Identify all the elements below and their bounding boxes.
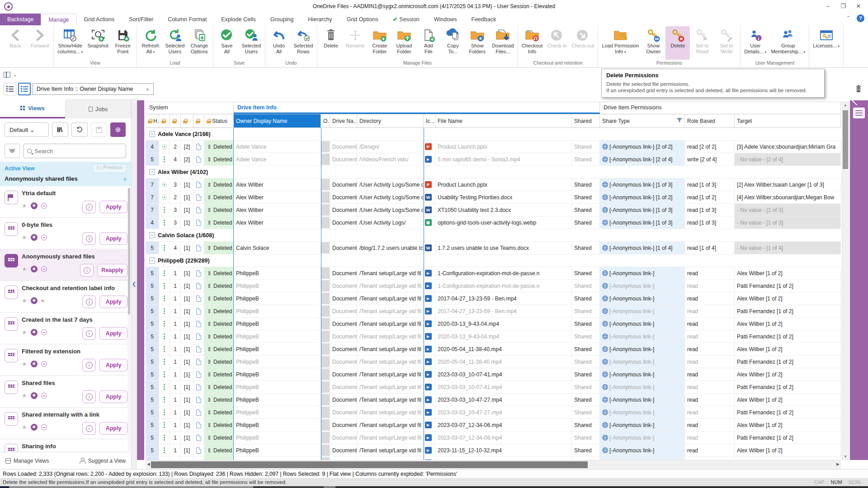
panes-icon[interactable] [4,72,10,78]
info-button[interactable]: i [80,264,94,277]
tab-backstage[interactable]: Backstage [0,14,41,25]
tab-column-format[interactable]: Column Format [160,14,214,25]
ribbon-button-create-folder[interactable]: Create Folder [368,26,392,60]
table-row[interactable]: 54[2]DeletedAdele VanceDocuments/Videos/… [146,153,841,166]
collapse-group-icon[interactable]: − [149,169,155,175]
table-row[interactable]: 51[1]DeletedPhilippeBDocuments/Tenant se… [146,356,841,368]
save-view-button[interactable] [91,122,107,137]
table-row[interactable]: 51[1]DeletedPhilippeBDocuments/Tenant se… [146,457,841,460]
info-button[interactable]: i [82,296,96,308]
view-item-ytria-default[interactable]: Ytria default★✱•••iApply [0,186,131,218]
ribbon-button-change-options[interactable]: Change Options [187,26,212,60]
view-item-anonymously-shared-files[interactable]: Anonymously shared files★✱•••iReapply [0,249,131,281]
view-item-filtered-by-extension[interactable]: Filtered by extension★✱•••iApply [0,344,131,376]
tab-windows[interactable]: Windows [427,14,464,25]
tab-jobs[interactable]: Jobs [65,99,131,118]
close-button[interactable]: ✕ [851,0,866,13]
table-row[interactable]: 72[1]DeletedAlex WilberDocuments/User Ac… [146,191,841,204]
column-header-h-[interactable]: H.. [146,114,159,127]
collapse-ribbon-icon[interactable]: ⌃ [846,15,851,21]
ribbon-button-save-all[interactable]: Save All [215,26,239,60]
ribbon-button-show-folders[interactable]: Show Folders [465,26,490,60]
favorite-star-icon[interactable]: ★ [22,392,27,399]
view-item-shared-files[interactable]: Shared files★✱•••iApply [0,376,131,408]
filter-icon[interactable] [677,118,682,124]
ribbon-button-copy-to-[interactable]: Copy To... [441,26,465,60]
panel-list-icon[interactable] [853,108,865,118]
column-header-status[interactable]: Status [204,114,234,127]
column-header-dots[interactable] [159,114,170,127]
tab-manage[interactable]: Manage [41,14,76,25]
table-row[interactable]: 51[1]DeletedPhilippeBDocuments/Tenant se… [146,394,841,406]
ribbon-button-load-permission-info[interactable]: Load Permission Info ▾ [599,26,641,60]
ribbon-button-user-details-[interactable]: User Details... ▾ [742,26,769,60]
ribbon-button-forward[interactable]: Forward [28,26,52,60]
info-button[interactable]: i [82,390,96,403]
favorite-star-icon[interactable]: ★ [22,297,27,304]
ribbon-button-selected-rows[interactable]: Selected Rows [291,26,316,60]
group-row[interactable]: −Calvin Solace (1/608) [146,229,841,242]
ribbon-button-back[interactable]: Back [3,26,28,60]
view-item-created-in-the-last-7-days[interactable]: Created in the last 7 days★✱•••iApply [0,313,131,344]
tab-grid-actions[interactable]: Grid Actions [77,14,122,25]
view-item-checkout-and-retention-label-info[interactable]: Checkout and retention label info★✱»iApp… [0,281,131,313]
table-row[interactable]: 51[1]DeletedPhilippeBDocuments/Tenant se… [146,318,841,330]
column-header-shared[interactable]: Shared [572,114,600,127]
table-row[interactable]: 51[1]DeletedPhilippeBDocuments/Tenant se… [146,267,841,280]
column-header-role-based[interactable]: Role Based [685,114,735,127]
reapply-button[interactable]: Reapply [97,264,127,277]
table-row[interactable]: 51[1]DeletedPhilippeBDocuments/Tenant se… [146,444,841,457]
table-row[interactable]: 51[1]DeletedPhilippeBDocuments/Tenant se… [146,368,841,381]
column-header-doc[interactable] [193,114,204,127]
apply-button[interactable]: Apply [99,296,127,308]
apply-button[interactable]: Apply [99,359,127,371]
ribbon-button-set-to-write-[interactable]: Set to 'Write' [714,26,739,60]
ribbon-button-check-out[interactable]: Check-out [569,26,596,60]
info-button[interactable]: i [82,232,96,245]
suggest-view-link[interactable]: Suggest a View [80,458,126,464]
edit-columns-button[interactable] [52,122,68,137]
column-header-drive-na-[interactable]: Drive Na... [330,114,357,127]
manage-views-link[interactable]: Manage Views [5,458,49,464]
apply-button[interactable]: Apply [99,422,127,435]
minimize-button[interactable]: – [820,0,835,13]
favorite-star-icon[interactable]: ★ [22,234,27,241]
view-item-sharing-info[interactable]: Sharing info★✱•••iApply [0,439,131,452]
group-row[interactable]: −Adele Vance (2/166) [146,128,841,141]
table-row[interactable]: 51[1]DeletedPhilippeBDocuments/Tenant se… [146,305,841,318]
sidebar-scrollbar[interactable] [127,187,131,451]
ribbon-button-add-file[interactable]: Add File [416,26,441,60]
collapse-sidebar-icon[interactable]: ❮ [132,281,136,287]
ribbon-button-checkout-info[interactable]: Checkout Info [519,26,545,60]
sidebar-splitter[interactable]: ❮ [131,99,137,469]
ribbon-button-refresh-all[interactable]: Refresh All ▾ [138,26,163,60]
horizontal-scroll-thumb[interactable] [151,461,588,468]
apply-button[interactable]: Apply [99,327,127,340]
favorite-star-icon[interactable]: ★ [22,424,27,431]
favorite-star-icon[interactable]: ★ [22,329,27,336]
view-item-shared-internally-with-a-link[interactable]: Shared internally with a link★✱•••iApply [0,408,131,439]
tab-hierarchy[interactable]: Hierarchy [301,14,340,25]
tab-grouping[interactable]: Grouping [263,14,301,25]
column-header-target[interactable]: Target [735,114,841,127]
grouped-view-toggle[interactable] [18,83,31,95]
column-header-owner-display-name[interactable]: Owner Display Name [234,114,321,127]
collapse-group-icon[interactable]: − [149,131,155,137]
group-by-combobox[interactable]: Drive Item Info :: Owner Display Name ▲ [33,83,154,95]
ribbon-button-delete[interactable]: Delete [319,26,343,60]
info-button[interactable]: i [82,327,96,340]
flat-view-toggle[interactable] [4,83,16,95]
apply-button[interactable]: Apply [99,201,127,213]
ribbon-button-show-hide-columns-[interactable]: Show/Hide columns... ▾ [55,26,85,60]
column-header-badge[interactable] [181,114,193,127]
reset-view-button[interactable] [71,122,88,137]
ribbon-button-rename[interactable]: Rename [343,26,368,60]
previous-view-button[interactable]: |◁ Previous [93,164,127,173]
column-header-file-name[interactable]: File Name [435,114,572,127]
view-item-0-byte-files[interactable]: 0-byte files★✱•••iApply [0,218,131,249]
ribbon-button-delete[interactable]: Delete [665,26,690,60]
search-input[interactable] [34,148,111,155]
table-row[interactable]: 51[1]DeletedPhilippeBDocuments/Tenant se… [146,343,841,356]
default-dropdown[interactable]: Default ⌄ [5,122,49,137]
tab-grid-options[interactable]: Grid Options [340,14,386,25]
